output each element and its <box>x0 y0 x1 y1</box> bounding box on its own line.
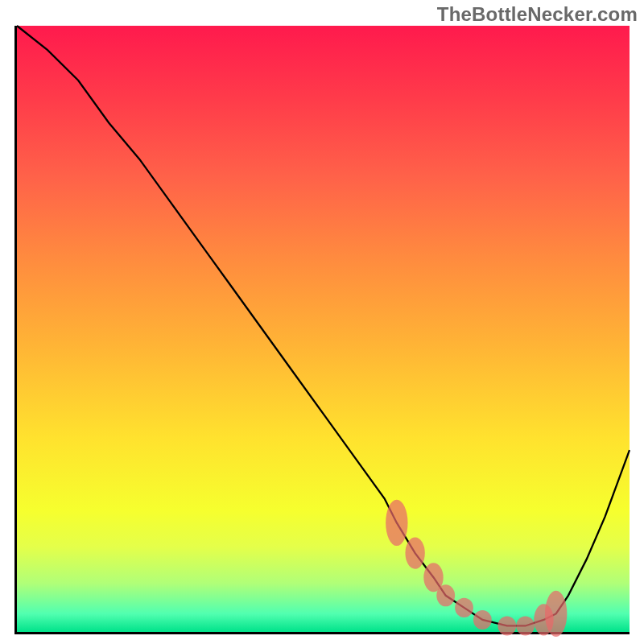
optimal-range-markers <box>386 500 567 637</box>
optimal-marker <box>436 584 455 606</box>
optimal-marker <box>545 591 567 637</box>
optimal-marker <box>497 616 516 635</box>
bottleneck-curve <box>17 26 630 625</box>
curve-layer <box>17 26 630 632</box>
optimal-marker <box>405 538 424 569</box>
optimal-marker <box>473 610 492 630</box>
optimal-marker <box>386 500 407 546</box>
chart-frame: TheBottleNecker.com <box>0 0 644 644</box>
attribution-text: TheBottleNecker.com <box>437 3 638 26</box>
plot-area <box>14 26 630 634</box>
optimal-marker <box>516 616 535 635</box>
optimal-marker <box>455 598 473 617</box>
